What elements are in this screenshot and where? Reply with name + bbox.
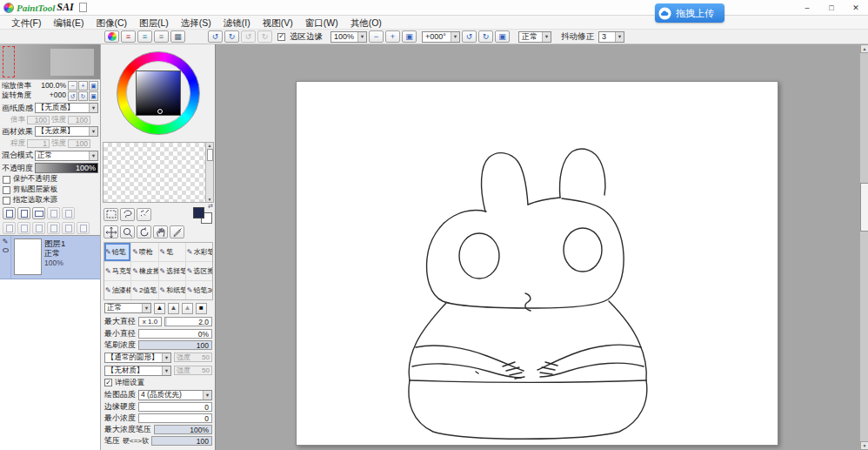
nav-zoom-in-button[interactable]: + [78, 81, 88, 91]
mixer-panel-button[interactable]: ≡ [154, 30, 169, 43]
rect-select-tool[interactable] [103, 208, 118, 221]
fill-layer-button[interactable] [47, 222, 60, 234]
transfer-down-button[interactable] [3, 222, 16, 234]
max-diameter-slider[interactable]: 2.0 [164, 317, 212, 326]
scroll-up-icon[interactable]: ▲ [860, 44, 868, 53]
brush-paper-pen[interactable]: ✎和纸笔 [159, 281, 185, 299]
brush-pen[interactable]: ✎笔 [159, 243, 185, 261]
menu-image[interactable]: 图像(C) [90, 16, 133, 30]
brush-bucket[interactable]: ✎油漆桶 [104, 281, 130, 299]
menu-edit[interactable]: 编辑(E) [47, 16, 90, 30]
effect-strength-slider[interactable]: 100 [68, 139, 90, 148]
sv-picker[interactable] [136, 71, 181, 116]
brush-edge-square-icon[interactable]: ■ [196, 303, 207, 314]
paper-scale-slider[interactable]: 100 [27, 116, 50, 124]
merge-down-button[interactable] [17, 222, 30, 234]
new-layer-set-button[interactable] [32, 207, 45, 219]
clipping-mask-checkbox[interactable] [3, 186, 10, 194]
paper-strength-slider[interactable]: 100 [68, 116, 90, 124]
rotate-cw-button[interactable]: ↻ [478, 30, 493, 43]
menu-select[interactable]: 选择(S) [175, 16, 217, 30]
color-wheel-panel-button[interactable] [104, 30, 119, 43]
protect-opacity-checkbox[interactable] [3, 176, 10, 184]
rotate-reset-button[interactable]: ▣ [495, 30, 510, 43]
edge-hardness-slider[interactable]: 0 [138, 402, 212, 412]
eyedropper-tool[interactable] [170, 225, 184, 238]
rotate-ccw-button[interactable]: ↺ [462, 30, 477, 43]
navigator-viewport-rect[interactable] [3, 46, 15, 77]
selection-source-checkbox[interactable] [3, 197, 10, 205]
magic-wand-tool[interactable] [137, 208, 151, 221]
undo-button[interactable]: ↺ [208, 30, 223, 43]
quality-dropdown[interactable]: 4 (品质优先) ▼ [138, 390, 212, 400]
paint-mode-combo[interactable]: 正常 ▼ [518, 31, 551, 43]
scroll-down-icon[interactable]: ▼ [208, 197, 212, 202]
nav-rotate-cw-button[interactable]: ↻ [78, 91, 88, 101]
scratchpad-scrollbar[interactable]: ▲ ▼ [205, 143, 213, 202]
menu-others[interactable]: 其他(O) [344, 16, 388, 30]
brush-texture-dropdown[interactable]: 【无材质】 ▼ [104, 366, 171, 376]
edge-shape-strength-slider[interactable]: 强度 50 [174, 353, 212, 362]
close-button[interactable]: ✕ [844, 0, 868, 15]
sv-cursor[interactable] [157, 109, 163, 114]
zoom-tool[interactable] [120, 225, 135, 238]
scroll-down-icon[interactable]: ▼ [860, 441, 868, 450]
angle-combo[interactable]: +000° ▼ [422, 31, 460, 43]
brush-eraser[interactable]: ✎橡皮擦 [131, 262, 157, 280]
zoom-reset-button[interactable]: ▣ [402, 30, 417, 43]
foreground-color-swatch[interactable] [193, 207, 204, 218]
effect-level-slider[interactable]: 1 [27, 139, 50, 148]
stabilizer-combo[interactable]: 3 ▼ [598, 31, 624, 43]
brush-edge-soft-icon[interactable]: ▲ [182, 303, 193, 314]
blend-mode-dropdown[interactable]: 正常 ▼ [35, 151, 98, 161]
navigator-thumbnail[interactable] [0, 44, 100, 80]
clear-layer-button[interactable] [32, 222, 45, 234]
move-tool[interactable] [103, 225, 118, 238]
brush-selection-pen[interactable]: ✎选择笔 [159, 262, 185, 280]
hsv-slider-panel-button[interactable]: ≡ [137, 30, 152, 43]
rotate-view-tool[interactable] [137, 225, 151, 238]
maximize-button[interactable]: □ [819, 0, 844, 15]
visibility-icon[interactable] [3, 248, 9, 252]
layer-mask-button[interactable] [77, 222, 90, 234]
new-layer-button[interactable] [3, 207, 16, 219]
upload-button[interactable]: 拖拽上传 [655, 3, 724, 23]
canvas-workspace[interactable] [216, 44, 859, 450]
min-diameter-slider[interactable]: 0% [138, 329, 212, 339]
paint-target-icon[interactable]: ✎ [3, 238, 9, 245]
diameter-unit-button[interactable]: x 1.0 [138, 317, 162, 326]
brush-edge-hard-icon[interactable]: ▲ [154, 303, 165, 314]
menu-view[interactable]: 视图(V) [257, 16, 299, 30]
brush-watercolor[interactable]: ✎水彩笔 [186, 243, 212, 261]
scrollbar-thumb[interactable] [860, 183, 868, 232]
pen-pressure-slider[interactable]: 100 [151, 436, 212, 446]
brush-pencil[interactable]: ✎铅笔 [104, 243, 130, 261]
selection-edge-checkbox[interactable]: ✓ [277, 33, 285, 41]
delete-layer-button[interactable] [62, 222, 75, 234]
canvas[interactable] [296, 81, 778, 446]
max-density-pressure-slider[interactable]: 100% [154, 425, 212, 434]
menu-file[interactable]: 文件(F) [5, 16, 47, 30]
canvas-vertical-scrollbar[interactable]: ▲ ▼ [859, 44, 868, 450]
zoom-in-button[interactable]: + [385, 30, 400, 43]
menu-filter[interactable]: 滤镜(I) [217, 16, 257, 30]
brush-selection-eraser[interactable]: ✎选区擦 [186, 262, 212, 280]
layer-item[interactable]: ✎ 图层1 正常 100% [0, 236, 100, 279]
brush-edge-shape-dropdown[interactable]: 【通常的圆形】 ▼ [104, 353, 171, 363]
scrollbar-thumb[interactable] [207, 149, 213, 161]
brush-density-slider[interactable]: 100 [138, 340, 212, 350]
copy-layer-button[interactable] [47, 207, 60, 219]
brush-airbrush[interactable]: ✎喷枪 [131, 243, 157, 261]
brush-binary-pen[interactable]: ✎2值笔 [131, 281, 157, 299]
brush-blend-dropdown[interactable]: 正常 ▼ [104, 303, 151, 313]
layer-thumbnail[interactable] [14, 238, 42, 275]
texture-strength-slider[interactable]: 强度 50 [174, 366, 212, 375]
hand-tool[interactable] [153, 225, 168, 238]
paper-texture-dropdown[interactable]: 【无质感】 ▼ [35, 103, 98, 113]
history-forward-button[interactable]: ↻ [257, 30, 272, 43]
swatches-panel-button[interactable]: ▦ [170, 30, 185, 43]
scroll-up-icon[interactable]: ▲ [208, 143, 212, 148]
advanced-settings-checkbox[interactable]: ✓ [104, 379, 112, 386]
nav-rotate-ccw-button[interactable]: ↺ [68, 91, 77, 101]
menu-layer[interactable]: 图层(L) [133, 16, 175, 30]
